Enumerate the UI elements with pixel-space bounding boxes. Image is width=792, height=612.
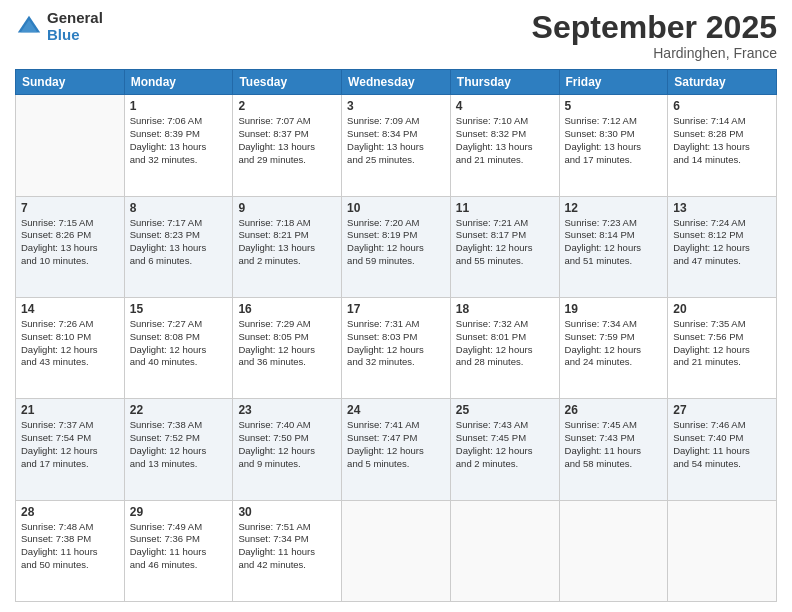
day-info: Sunrise: 7:38 AM Sunset: 7:52 PM Dayligh… bbox=[130, 419, 228, 470]
calendar-week-4: 21Sunrise: 7:37 AM Sunset: 7:54 PM Dayli… bbox=[16, 399, 777, 500]
calendar-table: Sunday Monday Tuesday Wednesday Thursday… bbox=[15, 69, 777, 602]
calendar-cell: 16Sunrise: 7:29 AM Sunset: 8:05 PM Dayli… bbox=[233, 297, 342, 398]
day-number: 30 bbox=[238, 505, 336, 519]
day-number: 18 bbox=[456, 302, 554, 316]
day-number: 7 bbox=[21, 201, 119, 215]
day-info: Sunrise: 7:07 AM Sunset: 8:37 PM Dayligh… bbox=[238, 115, 336, 166]
calendar-cell bbox=[450, 500, 559, 601]
col-monday: Monday bbox=[124, 70, 233, 95]
col-tuesday: Tuesday bbox=[233, 70, 342, 95]
calendar-cell: 29Sunrise: 7:49 AM Sunset: 7:36 PM Dayli… bbox=[124, 500, 233, 601]
day-number: 4 bbox=[456, 99, 554, 113]
day-number: 16 bbox=[238, 302, 336, 316]
logo: General Blue bbox=[15, 10, 103, 43]
calendar-week-5: 28Sunrise: 7:48 AM Sunset: 7:38 PM Dayli… bbox=[16, 500, 777, 601]
calendar-cell: 22Sunrise: 7:38 AM Sunset: 7:52 PM Dayli… bbox=[124, 399, 233, 500]
day-number: 9 bbox=[238, 201, 336, 215]
calendar-cell: 23Sunrise: 7:40 AM Sunset: 7:50 PM Dayli… bbox=[233, 399, 342, 500]
day-number: 28 bbox=[21, 505, 119, 519]
logo-text: General Blue bbox=[47, 10, 103, 43]
calendar-cell: 2Sunrise: 7:07 AM Sunset: 8:37 PM Daylig… bbox=[233, 95, 342, 196]
day-info: Sunrise: 7:45 AM Sunset: 7:43 PM Dayligh… bbox=[565, 419, 663, 470]
calendar-cell: 25Sunrise: 7:43 AM Sunset: 7:45 PM Dayli… bbox=[450, 399, 559, 500]
day-info: Sunrise: 7:31 AM Sunset: 8:03 PM Dayligh… bbox=[347, 318, 445, 369]
day-number: 8 bbox=[130, 201, 228, 215]
header: General Blue September 2025 Hardinghen, … bbox=[15, 10, 777, 61]
calendar-cell: 30Sunrise: 7:51 AM Sunset: 7:34 PM Dayli… bbox=[233, 500, 342, 601]
day-number: 17 bbox=[347, 302, 445, 316]
day-number: 11 bbox=[456, 201, 554, 215]
day-info: Sunrise: 7:12 AM Sunset: 8:30 PM Dayligh… bbox=[565, 115, 663, 166]
day-info: Sunrise: 7:21 AM Sunset: 8:17 PM Dayligh… bbox=[456, 217, 554, 268]
day-number: 3 bbox=[347, 99, 445, 113]
day-info: Sunrise: 7:20 AM Sunset: 8:19 PM Dayligh… bbox=[347, 217, 445, 268]
day-info: Sunrise: 7:24 AM Sunset: 8:12 PM Dayligh… bbox=[673, 217, 771, 268]
day-info: Sunrise: 7:23 AM Sunset: 8:14 PM Dayligh… bbox=[565, 217, 663, 268]
day-info: Sunrise: 7:06 AM Sunset: 8:39 PM Dayligh… bbox=[130, 115, 228, 166]
day-number: 22 bbox=[130, 403, 228, 417]
day-number: 2 bbox=[238, 99, 336, 113]
calendar-week-2: 7Sunrise: 7:15 AM Sunset: 8:26 PM Daylig… bbox=[16, 196, 777, 297]
col-thursday: Thursday bbox=[450, 70, 559, 95]
day-number: 20 bbox=[673, 302, 771, 316]
calendar-cell: 11Sunrise: 7:21 AM Sunset: 8:17 PM Dayli… bbox=[450, 196, 559, 297]
day-number: 1 bbox=[130, 99, 228, 113]
calendar-cell: 4Sunrise: 7:10 AM Sunset: 8:32 PM Daylig… bbox=[450, 95, 559, 196]
day-number: 14 bbox=[21, 302, 119, 316]
calendar-cell: 19Sunrise: 7:34 AM Sunset: 7:59 PM Dayli… bbox=[559, 297, 668, 398]
calendar-cell: 18Sunrise: 7:32 AM Sunset: 8:01 PM Dayli… bbox=[450, 297, 559, 398]
month-title: September 2025 bbox=[532, 10, 777, 45]
day-number: 15 bbox=[130, 302, 228, 316]
day-info: Sunrise: 7:37 AM Sunset: 7:54 PM Dayligh… bbox=[21, 419, 119, 470]
calendar-cell bbox=[559, 500, 668, 601]
day-info: Sunrise: 7:18 AM Sunset: 8:21 PM Dayligh… bbox=[238, 217, 336, 268]
day-info: Sunrise: 7:17 AM Sunset: 8:23 PM Dayligh… bbox=[130, 217, 228, 268]
col-saturday: Saturday bbox=[668, 70, 777, 95]
day-number: 21 bbox=[21, 403, 119, 417]
day-info: Sunrise: 7:34 AM Sunset: 7:59 PM Dayligh… bbox=[565, 318, 663, 369]
day-info: Sunrise: 7:27 AM Sunset: 8:08 PM Dayligh… bbox=[130, 318, 228, 369]
calendar-cell: 15Sunrise: 7:27 AM Sunset: 8:08 PM Dayli… bbox=[124, 297, 233, 398]
day-number: 27 bbox=[673, 403, 771, 417]
day-info: Sunrise: 7:32 AM Sunset: 8:01 PM Dayligh… bbox=[456, 318, 554, 369]
day-info: Sunrise: 7:43 AM Sunset: 7:45 PM Dayligh… bbox=[456, 419, 554, 470]
logo-general: General bbox=[47, 10, 103, 27]
calendar-cell: 5Sunrise: 7:12 AM Sunset: 8:30 PM Daylig… bbox=[559, 95, 668, 196]
day-number: 23 bbox=[238, 403, 336, 417]
day-number: 10 bbox=[347, 201, 445, 215]
day-info: Sunrise: 7:15 AM Sunset: 8:26 PM Dayligh… bbox=[21, 217, 119, 268]
calendar-cell: 10Sunrise: 7:20 AM Sunset: 8:19 PM Dayli… bbox=[342, 196, 451, 297]
day-number: 13 bbox=[673, 201, 771, 215]
calendar-cell: 3Sunrise: 7:09 AM Sunset: 8:34 PM Daylig… bbox=[342, 95, 451, 196]
logo-icon bbox=[15, 13, 43, 41]
calendar-cell: 1Sunrise: 7:06 AM Sunset: 8:39 PM Daylig… bbox=[124, 95, 233, 196]
calendar-cell bbox=[668, 500, 777, 601]
calendar-cell: 14Sunrise: 7:26 AM Sunset: 8:10 PM Dayli… bbox=[16, 297, 125, 398]
calendar-cell: 28Sunrise: 7:48 AM Sunset: 7:38 PM Dayli… bbox=[16, 500, 125, 601]
day-number: 26 bbox=[565, 403, 663, 417]
day-info: Sunrise: 7:51 AM Sunset: 7:34 PM Dayligh… bbox=[238, 521, 336, 572]
calendar-cell bbox=[342, 500, 451, 601]
calendar-cell: 13Sunrise: 7:24 AM Sunset: 8:12 PM Dayli… bbox=[668, 196, 777, 297]
day-info: Sunrise: 7:35 AM Sunset: 7:56 PM Dayligh… bbox=[673, 318, 771, 369]
calendar-week-3: 14Sunrise: 7:26 AM Sunset: 8:10 PM Dayli… bbox=[16, 297, 777, 398]
day-info: Sunrise: 7:41 AM Sunset: 7:47 PM Dayligh… bbox=[347, 419, 445, 470]
location: Hardinghen, France bbox=[532, 45, 777, 61]
header-row: Sunday Monday Tuesday Wednesday Thursday… bbox=[16, 70, 777, 95]
calendar-cell: 6Sunrise: 7:14 AM Sunset: 8:28 PM Daylig… bbox=[668, 95, 777, 196]
day-info: Sunrise: 7:14 AM Sunset: 8:28 PM Dayligh… bbox=[673, 115, 771, 166]
calendar-week-1: 1Sunrise: 7:06 AM Sunset: 8:39 PM Daylig… bbox=[16, 95, 777, 196]
logo-blue: Blue bbox=[47, 27, 103, 44]
day-info: Sunrise: 7:26 AM Sunset: 8:10 PM Dayligh… bbox=[21, 318, 119, 369]
day-info: Sunrise: 7:10 AM Sunset: 8:32 PM Dayligh… bbox=[456, 115, 554, 166]
calendar-cell: 20Sunrise: 7:35 AM Sunset: 7:56 PM Dayli… bbox=[668, 297, 777, 398]
calendar-cell: 21Sunrise: 7:37 AM Sunset: 7:54 PM Dayli… bbox=[16, 399, 125, 500]
day-number: 24 bbox=[347, 403, 445, 417]
calendar-cell: 24Sunrise: 7:41 AM Sunset: 7:47 PM Dayli… bbox=[342, 399, 451, 500]
calendar-cell: 9Sunrise: 7:18 AM Sunset: 8:21 PM Daylig… bbox=[233, 196, 342, 297]
calendar-cell bbox=[16, 95, 125, 196]
day-number: 12 bbox=[565, 201, 663, 215]
calendar-cell: 7Sunrise: 7:15 AM Sunset: 8:26 PM Daylig… bbox=[16, 196, 125, 297]
day-info: Sunrise: 7:40 AM Sunset: 7:50 PM Dayligh… bbox=[238, 419, 336, 470]
calendar-cell: 8Sunrise: 7:17 AM Sunset: 8:23 PM Daylig… bbox=[124, 196, 233, 297]
